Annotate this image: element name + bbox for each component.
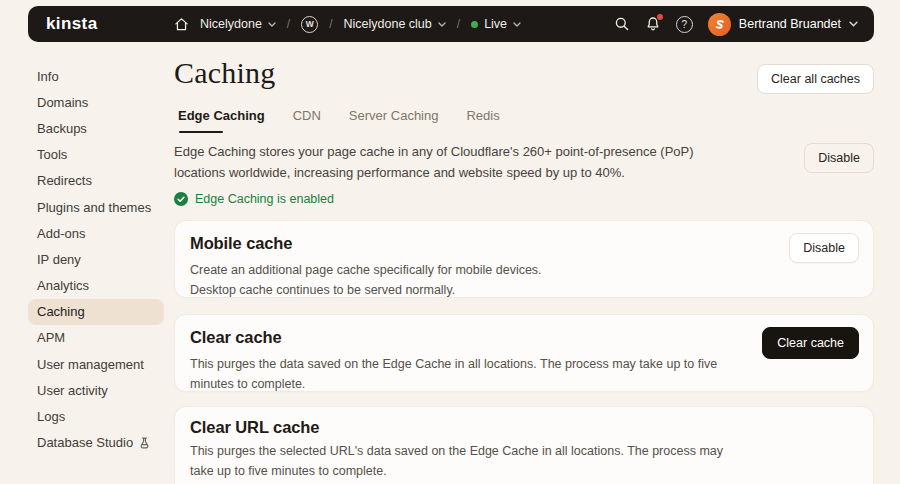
mobile-cache-card: Mobile cache Disable Create an additiona…: [174, 220, 874, 298]
breadcrumb-site-label: Nicelydone club: [344, 17, 432, 31]
mobile-cache-description: Create an additional page cache specific…: [190, 260, 858, 300]
description-line: minutes to complete.: [190, 377, 305, 391]
description-line: This purges the selected URL's data save…: [190, 444, 723, 458]
sidebar-item-info[interactable]: Info: [28, 63, 164, 89]
top-navigation-bar: kinsta Nicelydone / W / Nicelydone club …: [28, 6, 874, 42]
chevron-down-icon: [268, 22, 276, 27]
breadcrumb: Nicelydone / W / Nicelydone club / Live: [174, 6, 521, 42]
user-name: Bertrand Bruandet: [739, 17, 841, 31]
sidebar-item-database-studio[interactable]: Database Studio: [28, 430, 164, 456]
chevron-down-icon: [513, 22, 521, 27]
status-text: Edge Caching is enabled: [195, 192, 334, 206]
description-line: This purges the data saved on the Edge C…: [190, 357, 717, 371]
tab-cdn[interactable]: CDN: [293, 108, 321, 132]
search-icon[interactable]: [614, 16, 630, 32]
caching-tabs: Edge Caching CDN Server Caching Redis: [178, 108, 874, 132]
chevron-down-icon: [849, 21, 858, 27]
sidebar-item-plugins-and-themes[interactable]: Plugins and themes: [28, 194, 164, 220]
environment-label: Live: [484, 17, 507, 31]
description-line: Edge Caching stores your page cache in a…: [174, 144, 694, 159]
sidebar-item-label: User activity: [37, 383, 108, 398]
kinsta-logo: kinsta: [46, 14, 98, 34]
sidebar-item-label: Caching: [37, 304, 85, 319]
description-line: Desktop cache continues to be served nor…: [190, 283, 455, 297]
breadcrumb-separator: /: [287, 17, 290, 31]
clear-all-caches-button[interactable]: Clear all caches: [757, 64, 874, 94]
clear-cache-title: Clear cache: [190, 328, 858, 347]
avatar: [708, 13, 731, 36]
sidebar-item-label: Plugins and themes: [37, 200, 151, 215]
tab-redis[interactable]: Redis: [466, 108, 499, 132]
sidebar-item-label: Logs: [37, 409, 65, 424]
edge-caching-disable-button[interactable]: Disable: [804, 143, 874, 173]
check-circle-icon: [174, 192, 188, 206]
sidebar-item-user-activity[interactable]: User activity: [28, 377, 164, 403]
breadcrumb-company-label: Nicelydone: [200, 17, 262, 31]
live-status-dot: [471, 21, 478, 28]
sidebar-item-label: Backups: [37, 121, 87, 136]
sidebar-item-caching[interactable]: Caching: [28, 299, 164, 325]
mobile-cache-disable-button[interactable]: Disable: [789, 233, 859, 263]
breadcrumb-separator: /: [329, 17, 332, 31]
sidebar-item-redirects[interactable]: Redirects: [28, 168, 164, 194]
user-menu[interactable]: Bertrand Bruandet: [708, 13, 858, 36]
home-icon[interactable]: [174, 17, 189, 32]
edge-caching-status: Edge Caching is enabled: [174, 192, 874, 206]
mobile-cache-title: Mobile cache: [190, 234, 858, 253]
sidebar-item-label: Redirects: [37, 173, 92, 188]
notification-badge: [657, 14, 663, 20]
clear-url-cache-card: Clear URL cache This purges the selected…: [174, 406, 874, 484]
main-content: Caching Clear all caches Edge Caching CD…: [174, 56, 874, 484]
clear-url-cache-description: This purges the selected URL's data save…: [190, 441, 858, 481]
sidebar-item-apm[interactable]: APM: [28, 325, 164, 351]
tab-edge-caching[interactable]: Edge Caching: [178, 108, 265, 132]
topbar-actions: ? Bertrand Bruandet: [614, 6, 858, 42]
chevron-down-icon: [438, 22, 446, 27]
sidebar-item-logs[interactable]: Logs: [28, 403, 164, 429]
sidebar-item-label: Domains: [37, 95, 88, 110]
breadcrumb-company[interactable]: Nicelydone: [200, 17, 276, 31]
sidebar-item-label: IP deny: [37, 252, 81, 267]
clear-cache-description: This purges the data saved on the Edge C…: [190, 354, 858, 394]
sidebar-item-tools[interactable]: Tools: [28, 142, 164, 168]
clear-cache-button[interactable]: Clear cache: [762, 327, 859, 359]
description-line: Create an additional page cache specific…: [190, 263, 542, 277]
breadcrumb-site[interactable]: Nicelydone club: [344, 17, 446, 31]
sidebar-item-domains[interactable]: Domains: [28, 89, 164, 115]
wordpress-icon[interactable]: W: [301, 16, 318, 33]
sidebar-item-analytics[interactable]: Analytics: [28, 273, 164, 299]
sidebar-item-label: APM: [37, 330, 65, 345]
help-icon[interactable]: ?: [676, 16, 693, 33]
page-header: Caching Clear all caches: [174, 56, 874, 98]
sidebar-item-label: Analytics: [37, 278, 89, 293]
environment-selector[interactable]: Live: [471, 17, 521, 31]
edge-caching-section: Edge Caching stores your page cache in a…: [174, 142, 874, 183]
breadcrumb-separator: /: [457, 17, 460, 31]
sidebar-item-user-management[interactable]: User management: [28, 351, 164, 377]
edge-caching-description: Edge Caching stores your page cache in a…: [174, 142, 726, 183]
sidebar-item-label: Database Studio: [37, 435, 133, 450]
sidebar-item-label: Info: [37, 69, 59, 84]
sidebar-item-label: Add-ons: [37, 226, 85, 241]
description-line: take up to five minutes to complete.: [190, 464, 387, 478]
clear-cache-card: Clear cache Clear cache This purges the …: [174, 314, 874, 392]
sidebar-nav: Info Domains Backups Tools Redirects Plu…: [28, 63, 164, 456]
sidebar-item-backups[interactable]: Backups: [28, 115, 164, 141]
flask-icon: [139, 437, 150, 449]
sidebar-item-add-ons[interactable]: Add-ons: [28, 220, 164, 246]
sidebar-item-label: Tools: [37, 147, 67, 162]
notifications-bell-icon[interactable]: [645, 16, 661, 32]
sidebar-item-label: User management: [37, 357, 144, 372]
description-line: locations worldwide, increasing performa…: [174, 165, 625, 180]
sidebar-item-ip-deny[interactable]: IP deny: [28, 246, 164, 272]
clear-url-cache-title: Clear URL cache: [190, 418, 858, 437]
tab-server-caching[interactable]: Server Caching: [349, 108, 439, 132]
